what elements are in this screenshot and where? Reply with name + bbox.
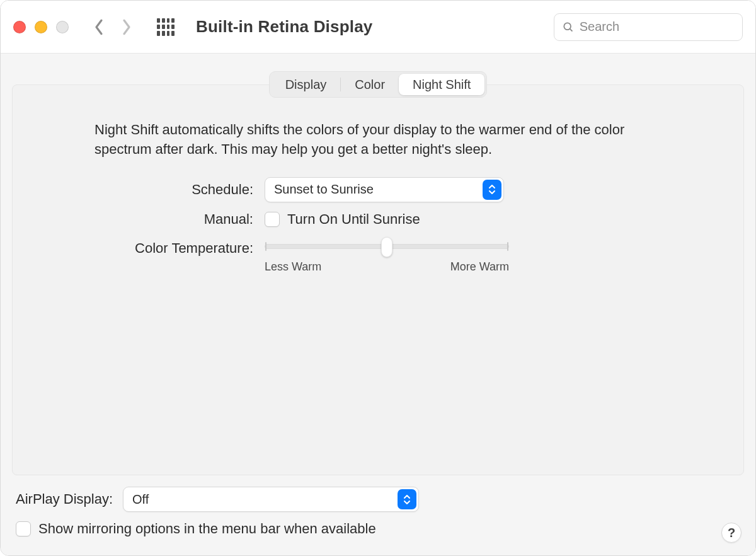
manual-label: Manual:	[88, 211, 265, 228]
tabs-segmented-control[interactable]: Display Color Night Shift	[269, 71, 488, 98]
slider-min-label: Less Warm	[265, 260, 321, 274]
search-field[interactable]	[554, 13, 743, 41]
color-temp-row: Color Temperature: Less Warm More Warm	[88, 236, 668, 274]
show-all-prefs-button[interactable]	[157, 18, 175, 36]
manual-checkbox-label: Turn On Until Sunrise	[287, 211, 420, 228]
mirroring-label: Show mirroring options in the menu bar w…	[38, 521, 376, 537]
color-temp-slider[interactable]: Less Warm More Warm	[265, 236, 509, 274]
airplay-label: AirPlay Display:	[16, 491, 113, 507]
mirroring-row: Show mirroring options in the menu bar w…	[16, 521, 740, 537]
updown-icon	[398, 489, 416, 509]
nav-buttons	[94, 18, 132, 36]
night-shift-description: Night Shift automatically shifts the col…	[94, 120, 662, 159]
mirroring-checkbox[interactable]	[16, 521, 31, 536]
help-button[interactable]: ?	[721, 523, 742, 543]
color-temp-label: Color Temperature:	[88, 236, 265, 257]
window-controls	[13, 21, 69, 33]
svg-line-1	[570, 28, 573, 31]
preferences-window: Built-in Retina Display Display Color Ni…	[0, 0, 756, 556]
updown-icon	[483, 180, 501, 200]
window-title: Built-in Retina Display	[196, 17, 373, 37]
airplay-popup[interactable]: Off	[123, 487, 419, 512]
manual-row: Manual: Turn On Until Sunrise	[88, 211, 668, 228]
minimize-window-button[interactable]	[35, 21, 47, 33]
search-icon	[562, 20, 575, 34]
airplay-value: Off	[132, 492, 149, 507]
bottom-controls: AirPlay Display: Off Show mirroring opti…	[12, 487, 744, 537]
tab-display[interactable]: Display	[272, 74, 341, 95]
schedule-popup[interactable]: Sunset to Sunrise	[265, 177, 504, 202]
back-button[interactable]	[94, 18, 104, 36]
zoom-window-button[interactable]	[56, 21, 69, 33]
svg-point-0	[564, 23, 571, 30]
schedule-value: Sunset to Sunrise	[274, 182, 374, 197]
content-area: Display Color Night Shift Night Shift au…	[1, 54, 755, 555]
airplay-row: AirPlay Display: Off	[16, 487, 740, 512]
question-mark-icon: ?	[728, 526, 735, 540]
schedule-row: Schedule: Sunset to Sunrise	[88, 177, 668, 202]
settings-panel: Night Shift automatically shifts the col…	[12, 84, 744, 475]
slider-max-label: More Warm	[450, 260, 509, 274]
toolbar: Built-in Retina Display	[1, 1, 755, 54]
tab-night-shift[interactable]: Night Shift	[399, 74, 484, 95]
schedule-label: Schedule:	[88, 182, 265, 198]
close-window-button[interactable]	[13, 21, 26, 33]
slider-thumb[interactable]	[381, 237, 392, 257]
tab-color[interactable]: Color	[341, 74, 399, 95]
forward-button[interactable]	[122, 18, 132, 36]
manual-checkbox[interactable]	[265, 212, 280, 227]
search-input[interactable]	[580, 20, 735, 34]
